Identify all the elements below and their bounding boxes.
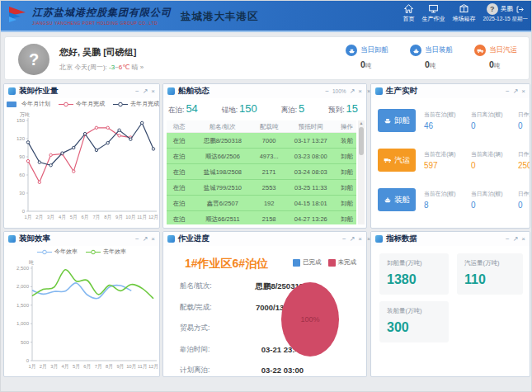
- count-expected: 预到:15: [328, 102, 358, 116]
- logo-flag-icon: [7, 5, 28, 26]
- table-row[interactable]: 在泊盐城799/2510255303-25 11:33卸船: [167, 180, 356, 196]
- efficiency-line-chart: 05001,0001,5002,0002,500吨1月2月3月4月5月6月7月8…: [7, 258, 158, 374]
- close-icon[interactable]: ×: [521, 236, 525, 243]
- nav-production[interactable]: 生产作业: [421, 3, 445, 23]
- table-cell: 在泊: [167, 164, 191, 179]
- table-row[interactable]: 在泊顺达66/25064973...03-23 08:00卸船: [167, 149, 356, 164]
- minimize-icon[interactable]: −: [506, 236, 510, 243]
- table-cell: 2171: [254, 164, 285, 179]
- nav-production-label: 生产作业: [421, 15, 445, 23]
- stat-label: 当前在港(辆): [424, 150, 463, 158]
- panel-title: 指标数据: [386, 234, 417, 244]
- table-cell: 04-15 18:01: [285, 196, 337, 210]
- minimize-icon[interactable]: −: [342, 236, 346, 243]
- table-cell: 思鹏8/250318: [191, 133, 254, 148]
- column-header: 动态: [167, 120, 191, 132]
- minimize-icon[interactable]: −: [325, 88, 329, 95]
- legend-item[interactable]: 未完成: [328, 258, 357, 267]
- legend-item[interactable]: 去年效率: [86, 248, 126, 256]
- table-scrollbar[interactable]: ▲: [358, 120, 365, 224]
- production-monitor-icon: [428, 3, 439, 14]
- legend-item[interactable]: 已完成: [293, 258, 322, 267]
- column-header: 船名/航次: [191, 120, 254, 132]
- close-icon[interactable]: ×: [521, 88, 525, 95]
- table-row[interactable]: 在泊顺达66/2511215804-27 13:26卸船: [167, 211, 356, 224]
- user-name: 吴鹏: [501, 5, 513, 13]
- unload-ship-button[interactable]: 卸船: [378, 109, 416, 132]
- minimize-icon[interactable]: −: [135, 236, 139, 243]
- stat-value: 0吨: [425, 59, 453, 70]
- table-cell: 卸船: [337, 180, 356, 195]
- close-icon[interactable]: ×: [358, 88, 362, 95]
- pie-label: 100%: [300, 315, 319, 324]
- stat-value: 0: [518, 121, 530, 130]
- load-ship-button[interactable]: 装船: [378, 188, 416, 211]
- legend-item[interactable]: 去年月完成: [113, 100, 159, 108]
- expand-icon[interactable]: ↗: [143, 88, 148, 95]
- weather-text: 北京 今天(周一): -3~6℃ 晴 »: [59, 63, 144, 72]
- legend-item[interactable]: 今年月计划: [4, 100, 50, 108]
- table-cell: 卸船: [337, 149, 356, 163]
- stat-value: 8: [424, 201, 463, 210]
- svg-text:0: 0: [26, 358, 30, 363]
- scroll-thumb[interactable]: [359, 127, 364, 155]
- nav-yard-storage[interactable]: 堆场箱存: [452, 3, 475, 23]
- svg-text:12月: 12月: [148, 364, 158, 370]
- expand-icon[interactable]: ↗: [350, 236, 355, 243]
- table-cell: 鑫晋6/2507: [191, 196, 254, 210]
- berth-title: 1#作业区6#泊位: [185, 257, 268, 272]
- table-cell: 在泊: [167, 196, 191, 210]
- svg-text:6月: 6月: [82, 215, 89, 220]
- nav-yard-storage-label: 堆场箱存: [452, 15, 475, 23]
- table-row[interactable]: 在泊思鹏8/250318700003-17 13:27装船: [167, 133, 356, 149]
- company-name-en: JIANGSU YANCHENG PORT HOLDING GROUP CO.,…: [32, 21, 172, 26]
- truck-transport-button[interactable]: 汽运: [378, 149, 416, 172]
- expand-icon[interactable]: ↗: [143, 236, 148, 243]
- stat-value: 0: [471, 201, 510, 210]
- close-icon[interactable]: ×: [151, 88, 155, 95]
- progress-pie-chart: 100%: [269, 273, 351, 364]
- close-icon[interactable]: ×: [151, 236, 155, 243]
- table-cell: 卸船: [337, 196, 356, 210]
- logout-icon[interactable]: [516, 5, 525, 14]
- svg-text:9月: 9月: [115, 215, 123, 220]
- svg-text:1月: 1月: [24, 215, 31, 220]
- table-cell: 顺达66/2506: [191, 149, 254, 163]
- legend-item[interactable]: 今年效率: [37, 248, 78, 256]
- expand-icon[interactable]: ↗: [513, 88, 519, 95]
- stat-value: 0吨: [360, 59, 388, 70]
- panel-efficiency: 装卸效率 − ↗ × 今年效率去年效率 05001,0001,5002,0002…: [3, 231, 160, 377]
- table-cell: 卸船: [337, 164, 356, 179]
- table-row[interactable]: 在泊鑫晋6/250719204-15 18:01卸船: [167, 196, 356, 211]
- splitter-close-icon[interactable]: ×: [367, 88, 370, 94]
- stat-label: 日作业量(吨): [518, 150, 530, 158]
- card-value: 110: [464, 272, 516, 287]
- expand-icon[interactable]: ↗: [350, 88, 355, 95]
- card-value: 1380: [387, 272, 441, 287]
- splitter-close-icon[interactable]: ×: [367, 236, 370, 242]
- minimize-icon[interactable]: −: [506, 88, 510, 95]
- scroll-up-icon[interactable]: ▲: [360, 120, 364, 125]
- user-avatar[interactable]: ?: [487, 3, 498, 15]
- panel-icon: [375, 235, 383, 243]
- expand-icon[interactable]: ↗: [513, 236, 519, 243]
- svg-text:9月: 9月: [116, 364, 124, 370]
- svg-text:120: 120: [16, 136, 26, 141]
- svg-text:8月: 8月: [104, 215, 111, 220]
- table-cell: 192: [254, 196, 285, 210]
- svg-text:7月: 7月: [95, 364, 102, 370]
- nav-home-label: 首页: [403, 15, 414, 23]
- nav-home[interactable]: 首页: [403, 3, 414, 23]
- stat-daily-truck: 当日汽运 0吨: [474, 45, 517, 70]
- close-icon[interactable]: ×: [358, 236, 362, 243]
- stat-daily-unload: 当日卸船 0吨: [346, 45, 388, 70]
- load-ship-icon: [410, 45, 421, 56]
- stat-value: 25068.47: [518, 161, 530, 170]
- ship-table-body: 在泊思鹏8/250318700003-17 13:27装船在泊顺达66/2506…: [167, 133, 356, 224]
- table-row[interactable]: 在泊盐城198/2508217103-24 08:03卸船: [167, 164, 356, 180]
- panel-job-progress: 作业进度 − ↗ × 1#作业区6#泊位 船名/航次:思鹏8/250318 配载…: [162, 231, 367, 377]
- ship-icon: [384, 116, 392, 125]
- legend-item[interactable]: 今年月完成: [59, 100, 105, 108]
- svg-text:4月: 4月: [62, 364, 69, 370]
- minimize-icon[interactable]: −: [135, 88, 139, 95]
